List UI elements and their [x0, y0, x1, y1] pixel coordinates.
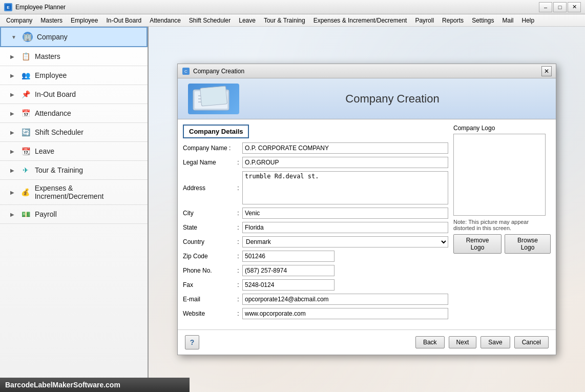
sidebar-label-attendance: Attendance: [35, 109, 71, 117]
masters-icon: 📋: [20, 51, 31, 61]
form-section: Company Details Company Name : Legal Nam…: [183, 125, 448, 322]
sidebar-label-employee: Employee: [35, 71, 67, 79]
email-row: E-mail :: [183, 294, 448, 305]
menu-mail[interactable]: Mail: [498, 16, 517, 25]
cancel-button[interactable]: Cancel: [514, 336, 549, 348]
menu-shift[interactable]: Shift Scheduler: [185, 16, 235, 25]
inout-icon: 📌: [20, 89, 31, 99]
menu-payroll[interactable]: Payroll: [411, 16, 438, 25]
close-button[interactable]: ✕: [568, 2, 581, 12]
website-row: Website :: [183, 308, 448, 319]
country-colon: :: [234, 238, 242, 245]
shift-icon: 🔄: [20, 127, 31, 137]
menu-inout[interactable]: In-Out Board: [102, 16, 145, 25]
state-input[interactable]: [242, 222, 448, 233]
sidebar-item-leave[interactable]: ▶ 📆 Leave: [0, 142, 148, 161]
dialog-title-bar: C Company Creation ✕: [178, 64, 556, 78]
maximize-button[interactable]: □: [553, 2, 567, 12]
menu-help[interactable]: Help: [518, 16, 539, 25]
tour-icon: ✈: [20, 165, 31, 175]
menu-reports[interactable]: Reports: [438, 16, 468, 25]
dialog-close-button[interactable]: ✕: [541, 66, 552, 76]
state-row: State :: [183, 222, 448, 233]
sidebar-item-masters[interactable]: ▶ 📋 Masters: [0, 47, 148, 66]
section-header: Company Details: [183, 125, 249, 138]
fax-colon: :: [234, 281, 242, 288]
save-button[interactable]: Save: [480, 336, 510, 348]
help-button[interactable]: ?: [185, 335, 199, 349]
svg-text:C: C: [184, 69, 187, 74]
expand-company-icon: ▼: [11, 34, 16, 40]
content-area: C Company Creation ✕: [149, 27, 585, 392]
sidebar-item-tour[interactable]: ▶ ✈ Tour & Training: [0, 161, 148, 180]
phone-input[interactable]: [242, 265, 335, 276]
sidebar: ▼ 🏢 Company ▶ 📋 Masters ▶ 👥 Employee ▶ 📌…: [0, 27, 149, 392]
sidebar-label-company: Company: [37, 33, 68, 41]
country-select[interactable]: Denmark USA UK India: [242, 236, 448, 247]
menu-employee[interactable]: Employee: [67, 16, 102, 25]
logo-section-label: Company Logo: [453, 125, 551, 132]
expand-employee-icon: ▶: [10, 73, 14, 78]
next-button[interactable]: Next: [449, 336, 477, 348]
legal-name-input[interactable]: [242, 157, 448, 168]
zip-colon: :: [234, 253, 242, 260]
email-input[interactable]: [242, 294, 448, 305]
remove-logo-button[interactable]: Remove Logo: [453, 234, 502, 254]
country-label: Country: [183, 238, 234, 245]
dialog-title-text: Company Creation: [193, 68, 244, 75]
dialog-header: Company Creation: [178, 78, 556, 119]
fax-label: Fax: [183, 281, 234, 288]
address-colon: :: [234, 184, 242, 192]
city-input[interactable]: [242, 208, 448, 219]
minimize-button[interactable]: –: [539, 2, 552, 12]
sidebar-item-attendance[interactable]: ▶ 📅 Attendance: [0, 104, 148, 123]
address-input[interactable]: trumble Rd.deval st.: [242, 171, 448, 204]
menu-company[interactable]: Company: [2, 16, 36, 25]
menu-settings[interactable]: Settings: [468, 16, 498, 25]
expand-expenses-icon: ▶: [10, 190, 14, 195]
company-icon: 🏢: [23, 32, 33, 42]
dialog-footer: ? Back Next Save Cancel: [178, 329, 556, 355]
dialog-overlay: C Company Creation ✕: [149, 27, 585, 392]
sidebar-item-shift[interactable]: ▶ 🔄 Shift Scheduler: [0, 123, 148, 142]
city-colon: :: [234, 210, 242, 217]
sidebar-label-masters: Masters: [35, 52, 60, 60]
expand-masters-icon: ▶: [10, 54, 14, 59]
expand-tour-icon: ▶: [10, 168, 14, 173]
website-label: Website: [183, 310, 234, 317]
watermark-bar: BarcodeLabelMakerSoftware.com: [0, 378, 190, 392]
window-controls: – □ ✕: [539, 2, 581, 12]
website-input[interactable]: [242, 308, 448, 319]
menu-leave[interactable]: Leave: [235, 16, 260, 25]
company-name-input[interactable]: [242, 142, 448, 154]
menu-tour[interactable]: Tour & Training: [260, 16, 309, 25]
back-button[interactable]: Back: [415, 336, 445, 348]
expand-attendance-icon: ▶: [10, 111, 14, 116]
zip-row: Zip Code :: [183, 251, 448, 262]
dialog-header-title: Company Creation: [345, 92, 439, 106]
sidebar-item-company[interactable]: ▼ 🏢 Company: [0, 27, 148, 47]
payroll-icon: 💵: [20, 209, 31, 219]
company-name-row: Company Name :: [183, 142, 448, 154]
sidebar-item-inout[interactable]: ▶ 📌 In-Out Board: [0, 85, 148, 104]
menu-expenses[interactable]: Expenses & Increment/Decrement: [309, 16, 411, 25]
sidebar-label-tour: Tour & Training: [35, 166, 83, 174]
legal-name-label: Legal Name: [183, 159, 234, 166]
expand-payroll-icon: ▶: [10, 212, 14, 217]
sidebar-item-expenses[interactable]: ▶ 💰 Expenses & Increment/Decrement: [0, 180, 148, 205]
browse-logo-button[interactable]: Browse Logo: [505, 234, 551, 254]
menu-masters[interactable]: Masters: [36, 16, 67, 25]
svg-rect-9: [200, 86, 227, 106]
company-name-label: Company Name :: [183, 145, 234, 152]
email-colon: :: [234, 296, 242, 303]
expand-inout-icon: ▶: [10, 92, 14, 97]
zip-label: Zip Code: [183, 253, 234, 260]
sidebar-item-employee[interactable]: ▶ 👥 Employee: [0, 66, 148, 85]
sidebar-item-payroll[interactable]: ▶ 💵 Payroll: [0, 205, 148, 224]
fax-input[interactable]: [242, 279, 335, 291]
app-title: Employee Planner: [15, 4, 66, 11]
address-label: Address: [183, 184, 234, 192]
menu-attendance[interactable]: Attendance: [145, 16, 185, 25]
phone-colon: :: [234, 267, 242, 274]
zip-input[interactable]: [242, 251, 335, 262]
